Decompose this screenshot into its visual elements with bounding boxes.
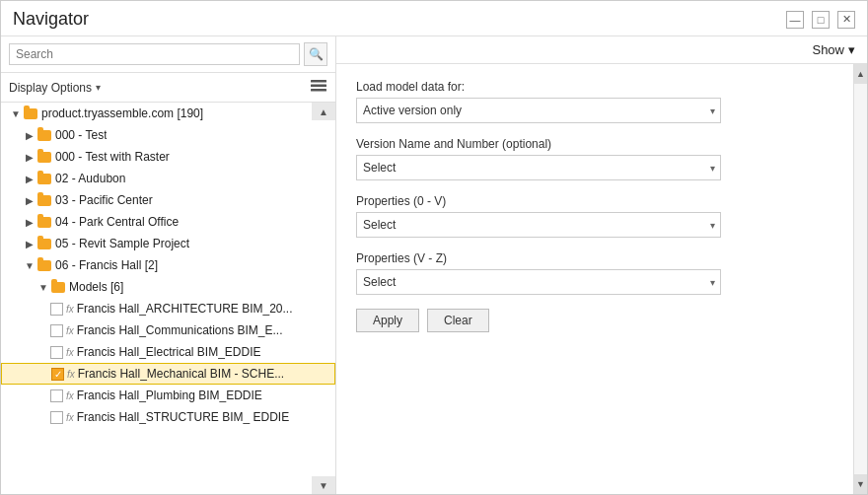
svg-rect-0 xyxy=(311,80,326,83)
node-label-francis-hall: 06 - Francis Hall [2] xyxy=(55,258,158,272)
tree-node-fh-struct[interactable]: fx Francis Hall_STRUCTURE BIM_ EDDIE xyxy=(1,406,335,428)
tree-node-fh-elec[interactable]: fx Francis Hall_Electrical BIM_EDDIE xyxy=(1,341,335,363)
node-label-revit: 05 - Revit Sample Project xyxy=(55,237,189,250)
tree-node-pacific[interactable]: ▶ 03 - Pacific Center xyxy=(1,189,335,211)
navigator-window: Navigator — □ ✕ 🔍 Display Options ▾ xyxy=(0,0,868,495)
tree-root-node[interactable]: ▼ product.tryassemble.com [190] xyxy=(1,103,335,124)
node-expand-revit: ▶ xyxy=(23,237,36,250)
right-top-bar: Show ▾ xyxy=(336,36,867,64)
show-arrow-icon: ▾ xyxy=(848,42,855,57)
display-options-arrow-icon: ▾ xyxy=(96,82,101,93)
root-label: product.tryassemble.com [190] xyxy=(41,106,203,120)
fx-icon-fh-arch: fx xyxy=(66,304,74,315)
load-model-group: Load model data for: Active version only… xyxy=(356,80,833,123)
clear-button[interactable]: Clear xyxy=(427,309,489,332)
main-content: 🔍 Display Options ▾ xyxy=(1,36,867,494)
tree-scroll-up-button[interactable]: ▲ xyxy=(312,103,335,120)
svg-rect-1 xyxy=(311,85,326,88)
properties-0v-group: Properties (0 - V) Select ▾ xyxy=(356,194,833,238)
tree-node-models[interactable]: ▼ Models [6] xyxy=(1,276,335,298)
tree-node-revit[interactable]: ▶ 05 - Revit Sample Project xyxy=(1,233,335,254)
node-label-fh-struct: Francis Hall_STRUCTURE BIM_ EDDIE xyxy=(77,410,289,424)
fx-icon-fh-comm: fx xyxy=(66,325,74,336)
search-bar: 🔍 xyxy=(1,36,335,73)
version-select[interactable]: Select xyxy=(356,155,721,180)
node-expand-000-raster: ▶ xyxy=(23,150,36,164)
tree-node-fh-plumb[interactable]: fx Francis Hall_Plumbing BIM_EDDIE xyxy=(1,385,335,406)
tree-node-francis-hall[interactable]: ▼ 06 - Francis Hall [2] xyxy=(1,254,335,276)
display-options-label: Display Options xyxy=(9,81,92,95)
node-label-audubon: 02 - Audubon xyxy=(55,172,125,185)
properties-0v-label: Properties (0 - V) xyxy=(356,194,833,208)
node-label-fh-arch: Francis Hall_ARCHITECTURE BIM_20... xyxy=(77,302,293,316)
fx-icon-fh-mech: fx xyxy=(67,369,75,380)
folder-icon-000-raster xyxy=(36,151,52,163)
apply-button[interactable]: Apply xyxy=(356,309,419,332)
close-button[interactable]: ✕ xyxy=(837,11,855,29)
tree-node-audubon[interactable]: ▶ 02 - Audubon xyxy=(1,168,335,189)
tree-node-000-test[interactable]: ▶ 000 - Test xyxy=(1,124,335,146)
window-controls: — □ ✕ xyxy=(786,11,855,29)
layer-icon xyxy=(310,78,327,94)
right-scroll-up-button[interactable]: ▲ xyxy=(854,64,868,84)
search-button[interactable]: 🔍 xyxy=(304,42,327,66)
load-model-label: Load model data for: xyxy=(356,80,833,94)
title-bar: Navigator — □ ✕ xyxy=(1,1,867,36)
checkbox-fh-arch[interactable] xyxy=(50,303,63,316)
node-label-pacific: 03 - Pacific Center xyxy=(55,193,153,207)
checkbox-fh-mech[interactable]: ✓ xyxy=(51,368,64,381)
tree-node-fh-comm[interactable]: fx Francis Hall_Communications BIM_E... xyxy=(1,319,335,341)
search-input[interactable] xyxy=(9,43,300,65)
tree-node-fh-arch[interactable]: fx Francis Hall_ARCHITECTURE BIM_20... xyxy=(1,298,335,319)
tree-node-park[interactable]: ▶ 04 - Park Central Office xyxy=(1,211,335,233)
root-folder-icon xyxy=(23,107,38,119)
checkbox-fh-struct[interactable] xyxy=(50,411,63,424)
show-label: Show xyxy=(812,42,844,57)
tree-area[interactable]: ▼ product.tryassemble.com [190] ▶ 000 - … xyxy=(1,103,335,494)
node-label-fh-plumb: Francis Hall_Plumbing BIM_EDDIE xyxy=(77,389,262,402)
active-version-select[interactable]: Active version only xyxy=(356,98,721,123)
version-name-group: Version Name and Number (optional) Selec… xyxy=(356,137,833,180)
checkbox-fh-elec[interactable] xyxy=(50,346,63,359)
checkbox-fh-comm[interactable] xyxy=(50,324,63,337)
node-label-models: Models [6] xyxy=(69,280,123,294)
left-panel: 🔍 Display Options ▾ xyxy=(1,36,336,494)
properties-0v-select-wrapper: Select ▾ xyxy=(356,212,721,238)
right-scroll-down-button[interactable]: ▼ xyxy=(854,474,868,494)
folder-icon-audubon xyxy=(36,173,52,184)
display-options-extra-icon[interactable] xyxy=(310,78,327,97)
properties-0v-select[interactable]: Select xyxy=(356,212,721,238)
window-title: Navigator xyxy=(13,9,89,30)
folder-icon-francis-hall xyxy=(36,259,52,271)
minimize-button[interactable]: — xyxy=(786,11,804,29)
node-expand-models: ▼ xyxy=(36,280,50,294)
node-expand-francis-hall: ▼ xyxy=(23,258,36,272)
maximize-button[interactable]: □ xyxy=(812,11,830,29)
folder-icon-revit xyxy=(36,238,52,249)
svg-rect-2 xyxy=(311,89,326,92)
tree-node-fh-mech[interactable]: ✓ fx Francis Hall_Mechanical BIM - SCHE.… xyxy=(1,363,335,385)
search-icon: 🔍 xyxy=(309,47,324,61)
active-version-select-wrapper: Active version only ▾ xyxy=(356,98,721,123)
folder-icon-pacific xyxy=(36,194,52,206)
tree-scroll-down-button[interactable]: ▼ xyxy=(312,476,335,494)
properties-vz-label: Properties (V - Z) xyxy=(356,251,833,265)
version-select-wrapper: Select ▾ xyxy=(356,155,721,180)
display-options-button[interactable]: Display Options ▾ xyxy=(9,81,101,95)
version-name-label: Version Name and Number (optional) xyxy=(356,137,833,151)
tree-node-000-raster[interactable]: ▶ 000 - Test with Raster xyxy=(1,146,335,168)
show-button[interactable]: Show ▾ xyxy=(812,42,855,57)
node-expand-000-test: ▶ xyxy=(23,128,36,142)
node-label-fh-comm: Francis Hall_Communications BIM_E... xyxy=(77,323,283,337)
properties-vz-select[interactable]: Select xyxy=(356,269,721,295)
right-scrollbar: ▲ ▼ xyxy=(853,64,867,494)
folder-icon-models xyxy=(50,281,66,293)
properties-vz-group: Properties (V - Z) Select ▾ xyxy=(356,251,833,295)
folder-icon-park xyxy=(36,216,52,228)
fx-icon-fh-plumb: fx xyxy=(66,390,74,401)
checkbox-fh-plumb[interactable] xyxy=(50,389,63,402)
node-label-000-raster: 000 - Test with Raster xyxy=(55,150,170,164)
right-form: Load model data for: Active version only… xyxy=(336,64,853,494)
properties-vz-select-wrapper: Select ▾ xyxy=(356,269,721,295)
folder-icon-000-test xyxy=(36,129,52,141)
